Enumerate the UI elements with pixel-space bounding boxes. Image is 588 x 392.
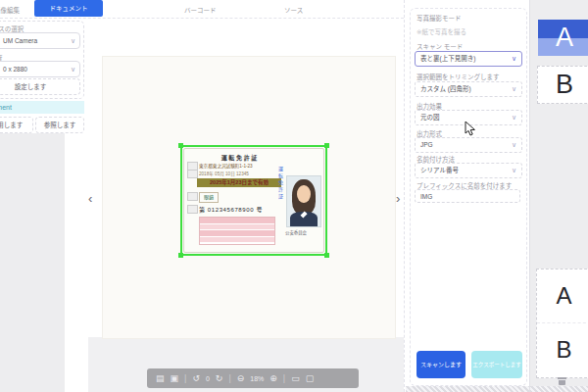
crop-mode-label: 選択範囲をトリミングします [416, 72, 500, 81]
thumbnail-combined-output[interactable]: A B [536, 269, 588, 378]
rotate-right-icon[interactable]: ↻ [216, 373, 223, 383]
fit-frame-icon[interactable]: ▢ [306, 373, 315, 383]
device-sidebar: デバイスの選択 UM Camera ∨ 解像度 0 x 2880 ∨ 設定します… [0, 18, 89, 392]
combined-front-half: A [537, 270, 588, 323]
combined-back-half: B [537, 323, 588, 376]
license-portrait [286, 175, 321, 227]
chevron-down-icon: ∨ [512, 82, 516, 96]
thumbnail-page-a-selected[interactable]: A [538, 20, 588, 56]
delete-page-icon[interactable] [558, 377, 566, 385]
crop-handle-bottom-left[interactable] [178, 253, 183, 258]
output-effect-value: 元の図 [420, 111, 440, 124]
naming-method-value: シリアル番号 [420, 164, 459, 177]
next-page-arrow[interactable]: › [396, 192, 400, 206]
app-window: 画像編集 ドキュメント バーコード ソース デバイスの選択 UM Camera … [0, 0, 588, 392]
license-history-table [199, 217, 275, 245]
document-section-header: Document [0, 101, 84, 114]
chevron-down-icon: ∨ [71, 62, 75, 76]
copy-icon[interactable]: ▣ [171, 373, 179, 383]
tab-document[interactable]: ドキュメント [34, 0, 103, 17]
thumbnail-page-b[interactable]: B [537, 66, 588, 104]
chevron-down-icon: ∨ [512, 164, 516, 177]
license-field-box [187, 192, 198, 201]
tab-source[interactable]: ソース [284, 5, 303, 15]
tab-image-edit[interactable]: 画像編集 [0, 5, 20, 15]
device-select-value: UM Camera [3, 33, 37, 48]
crop-selection[interactable]: 運 転 免 許 証 東京都東之沢試験町1-1-23 2018年 05月 10日 … [180, 145, 327, 256]
zoom-in-icon[interactable]: ⊕ [270, 373, 277, 383]
license-field-box [187, 205, 198, 214]
scan-settings-panel: 写真撮影モード ※紙で写真を撮る スキャン モード 表と裏(上下見開き) ∨ 選… [404, 0, 530, 392]
image-icon[interactable]: ▤ [156, 373, 165, 383]
apply-button[interactable]: 適用します [0, 117, 33, 133]
license-authority: 公安委員会 [285, 229, 307, 235]
crop-mode-select[interactable]: カスタム (四角形) ∨ [415, 81, 522, 97]
camera-viewer: ‹ › 運 転 免 許 証 東京都東之沢試験町1-1-23 2018年 05月 … [88, 18, 404, 392]
crop-handle-top-right[interactable] [324, 143, 329, 148]
resolution-select[interactable]: 0 x 2880 ∨ [0, 61, 80, 77]
thumbnail-scrollbar[interactable] [530, 386, 588, 392]
prefix-input[interactable]: IMG [415, 189, 520, 203]
zoom-out-icon[interactable]: ⊖ [237, 373, 245, 383]
license-address: 東京都東之沢試験町1-1-23 [199, 163, 253, 169]
fit-width-icon[interactable]: ▭ [291, 373, 300, 383]
scan-mode-value: 表と裏(上下見開き) [420, 52, 475, 66]
crop-handle-bottom-right[interactable] [324, 253, 329, 258]
license-expiry-band: 2025年1月23日まで有効 [197, 178, 281, 187]
portrait-face [297, 185, 311, 203]
panel-scrollbar[interactable] [406, 386, 530, 392]
photo-mode-note: ※紙で写真を撮る [416, 26, 466, 36]
previous-page-arrow[interactable]: ‹ [88, 192, 92, 206]
license-vertical-label: 運転免許証 [277, 167, 284, 225]
naming-method-select[interactable]: シリアル番号 ∨ [415, 163, 522, 178]
crop-handle-top-left[interactable] [178, 143, 183, 148]
crop-mode-value: カスタム (四角形) [420, 82, 471, 96]
photo-mode-label: 写真撮影モード [416, 13, 462, 23]
license-number: 第 012345678900 号 [199, 205, 263, 214]
license-stamp: 眼鏡 [199, 192, 219, 203]
toolbar-divider: | [283, 373, 285, 383]
tab-barcode[interactable]: バーコード [184, 5, 217, 15]
scan-button[interactable]: スキャンします [416, 351, 466, 378]
license-field-box [187, 170, 198, 178]
viewer-toolbar: ▤ ▣ | ↺ 0 ↻ | ⊖ 18% ⊕ | ▭ ▢ [147, 368, 359, 388]
zoom-level-value: 18% [250, 375, 264, 382]
license-issue-line: 2018年 05月 10日 12345 [199, 171, 249, 176]
top-tab-bar: 画像編集 ドキュメント バーコード ソース [0, 0, 404, 19]
set-button[interactable]: 設定します [0, 78, 80, 95]
chevron-down-icon: ∨ [512, 138, 516, 152]
rotation-angle-value: 0 [206, 375, 210, 382]
export-button[interactable]: エクスポートします [471, 351, 522, 378]
page-thumbnail-list: A B A B [529, 0, 588, 392]
chevron-down-icon: ∨ [512, 111, 516, 124]
scan-mode-label: スキャン モード [416, 41, 463, 51]
output-format-value: JPG [420, 138, 433, 152]
toolbar-divider: | [184, 373, 186, 383]
document-section-title: Document [0, 101, 12, 114]
scan-mode-select[interactable]: 表と裏(上下見開き) ∨ [415, 51, 522, 67]
device-select[interactable]: UM Camera ∨ [0, 32, 80, 49]
rotate-left-icon[interactable]: ↺ [192, 373, 200, 383]
toolbar-divider: | [228, 373, 230, 383]
drivers-license-card: 運 転 免 許 証 東京都東之沢試験町1-1-23 2018年 05月 10日 … [183, 148, 324, 253]
chevron-down-icon: ∨ [512, 52, 516, 66]
mouse-cursor [465, 122, 476, 141]
browse-button[interactable]: 参照します [35, 117, 84, 133]
license-title: 運 転 免 許 証 [198, 153, 280, 162]
sidebar-preview-area [0, 133, 65, 392]
chevron-down-icon: ∨ [71, 33, 75, 48]
resolution-select-value: 0 x 2880 [3, 62, 27, 76]
